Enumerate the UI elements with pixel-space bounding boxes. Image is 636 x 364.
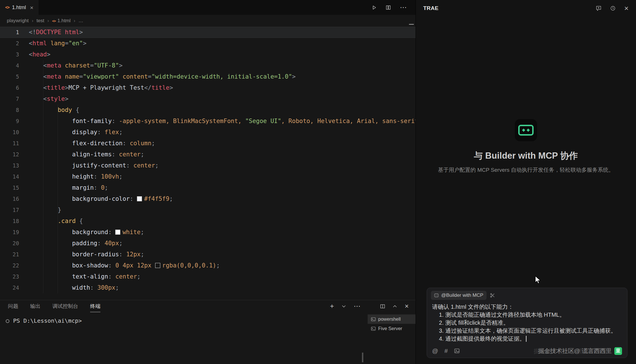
terminal-scrollbar[interactable] xyxy=(362,353,363,362)
line-content: font-family: -apple-system, BlinkMacSyst… xyxy=(19,116,416,127)
line-content: border-radius: 12px; xyxy=(19,249,144,260)
line-number: 13 xyxy=(0,160,19,171)
history-icon[interactable] xyxy=(610,5,616,11)
panel-tab[interactable]: 终端 xyxy=(90,300,100,312)
code-line[interactable]: 15 margin: 0; xyxy=(0,182,416,193)
panel-tab[interactable]: 输出 xyxy=(30,300,40,312)
close-panel-x-icon[interactable]: × xyxy=(624,5,629,12)
code-line[interactable]: 13 justify-content: center; xyxy=(0,160,416,171)
command-marker-icon xyxy=(6,319,9,323)
split-editor-button[interactable] xyxy=(386,5,391,10)
editor-tab-bar: <> 1.html × ⋯ xyxy=(0,0,416,15)
line-number: 20 xyxy=(0,238,19,249)
code-line[interactable]: 12 align-items: center; xyxy=(0,149,416,160)
mouse-cursor xyxy=(535,276,542,286)
line-number: 3 xyxy=(0,49,19,60)
close-panel-icon[interactable]: × xyxy=(405,303,409,310)
line-number: 11 xyxy=(0,138,19,149)
editor-pane: <> 1.html × ⋯ playwright›test›<>1.html›…… xyxy=(0,0,416,364)
breadcrumb-item[interactable]: playwright xyxy=(7,18,29,24)
color-swatch xyxy=(137,196,142,201)
image-attach-icon[interactable] xyxy=(454,348,460,354)
breadcrumb-item[interactable]: test xyxy=(37,18,44,24)
line-number: 16 xyxy=(0,193,19,205)
code-line[interactable]: 11 flex-direction: column; xyxy=(0,138,416,149)
indent-guide xyxy=(43,60,43,293)
context-hash-icon[interactable]: # xyxy=(444,347,448,354)
code-line[interactable]: 3<head> xyxy=(0,49,416,60)
code-line[interactable]: 2<html lang="en"> xyxy=(0,38,416,49)
line-number: 14 xyxy=(0,171,19,182)
code-line[interactable]: 18 .card { xyxy=(0,216,416,227)
code-line[interactable]: 5 <meta name="viewport" content="width=d… xyxy=(0,71,416,82)
chat-card-header: @Builder with MCP xyxy=(427,288,627,300)
line-number: 4 xyxy=(0,60,19,71)
breadcrumb-item[interactable]: … xyxy=(78,18,83,24)
new-chat-icon[interactable] xyxy=(596,5,601,11)
code-line[interactable]: 1<!DOCTYPE html> xyxy=(0,27,416,38)
chat-input-card[interactable]: @Builder with MCP 请确认 1.html 文件的以下能力：1. … xyxy=(427,288,627,358)
terminal-session[interactable]: powershell xyxy=(368,314,416,324)
tab-1html[interactable]: <> 1.html × xyxy=(0,0,39,15)
line-content: body { xyxy=(19,105,79,116)
code-line[interactable]: 20 padding: 40px; xyxy=(0,238,416,249)
code-line[interactable]: 10 display: flex; xyxy=(0,127,416,138)
line-content: height: 100vh; xyxy=(19,171,123,182)
terminal-output[interactable]: PS D:\Lesson\ai\mcp> xyxy=(0,312,368,364)
code-line[interactable]: 7 <style> xyxy=(0,93,416,105)
more-actions-button[interactable]: ⋯ xyxy=(400,3,407,11)
code-line[interactable]: 22 box-shadow: 0 4px 12px rgba(0,0,0,0.1… xyxy=(0,260,416,271)
line-content: <head> xyxy=(19,49,50,60)
line-number: 1 xyxy=(0,27,19,38)
mcp-hero: 与 Builder with MCP 协作 基于用户配置的 MCP Server… xyxy=(416,119,636,174)
line-content: <style> xyxy=(19,93,68,105)
trae-header: TRAE × xyxy=(416,0,636,17)
line-number: 17 xyxy=(0,205,19,216)
hero-subtitle: 基于用户配置的 MCP Servers 自动执行开发任务，轻松联动多服务系统。 xyxy=(416,166,636,174)
tools-icon[interactable] xyxy=(490,293,495,298)
line-number: 10 xyxy=(0,127,19,138)
line-content: margin: 0; xyxy=(19,182,108,193)
code-line[interactable]: 17 } xyxy=(0,205,416,216)
line-content: justify-content: center; xyxy=(19,160,159,171)
tab-close-icon[interactable]: × xyxy=(30,5,33,11)
line-content: <!DOCTYPE html> xyxy=(19,27,83,38)
editor-actions: ⋯ xyxy=(372,0,416,15)
panel-tab[interactable]: 调试控制台 xyxy=(52,300,78,312)
terminal-dropdown-icon[interactable] xyxy=(342,305,346,308)
panel-tab[interactable]: 问题 xyxy=(8,300,18,312)
chat-text-line: 请确认 1.html 文件的以下能力： xyxy=(432,303,622,311)
line-content: text-align: center; xyxy=(19,271,141,282)
panel-more-button[interactable]: ⋯ xyxy=(354,302,361,310)
code-line[interactable]: 19 background: white; xyxy=(0,227,416,238)
mention-icon[interactable]: @ xyxy=(432,347,438,354)
code-line[interactable]: 9 font-family: -apple-system, BlinkMacSy… xyxy=(0,116,416,127)
run-button[interactable] xyxy=(372,5,377,10)
code-line[interactable]: 23 text-align: center; xyxy=(0,271,416,282)
line-number: 9 xyxy=(0,116,19,127)
line-content: <meta charset="UTF-8"> xyxy=(19,60,123,71)
code-line[interactable]: 4 <meta charset="UTF-8"> xyxy=(0,60,416,71)
breadcrumb-item[interactable]: <>1.html xyxy=(52,18,71,24)
code-line[interactable]: 16 background-color: #f4f5f9; xyxy=(0,193,416,205)
code-line[interactable]: 6 <title>MCP + Playwright Test</title> xyxy=(0,82,416,93)
chat-text-line: 3. 通过验证结果文本，确保页面逻辑正常运行且被测试工具正确捕获。 xyxy=(432,327,622,335)
code-line[interactable]: 24 width: 300px; xyxy=(0,282,416,293)
new-terminal-button[interactable]: + xyxy=(330,303,334,310)
code-line[interactable]: 8 body { xyxy=(0,105,416,116)
terminal-session[interactable]: Five Server xyxy=(368,324,416,333)
chat-input-text[interactable]: 请确认 1.html 文件的以下能力：1. 测试是否能正确通过文件路径加载本地 … xyxy=(427,300,627,343)
line-content: } xyxy=(19,205,61,216)
code-editor[interactable]: 1<!DOCTYPE html>2<html lang="en">3<head>… xyxy=(0,27,416,300)
text-caret xyxy=(526,336,526,342)
code-line[interactable]: 14 height: 100vh; xyxy=(0,171,416,182)
maximize-panel-icon[interactable] xyxy=(393,305,397,308)
builder-mcp-badge[interactable]: @Builder with MCP xyxy=(431,291,487,300)
chat-card-footer: @ # 掘金技术社区@ 谎言西西里 里 xyxy=(427,344,627,358)
trae-title: TRAE xyxy=(423,5,439,11)
split-terminal-button[interactable] xyxy=(380,304,385,309)
code-line[interactable]: 21 border-radius: 12px; xyxy=(0,249,416,260)
line-content: <title>MCP + Playwright Test</title> xyxy=(19,82,173,93)
line-content: align-items: center; xyxy=(19,149,144,160)
line-number: 8 xyxy=(0,105,19,116)
